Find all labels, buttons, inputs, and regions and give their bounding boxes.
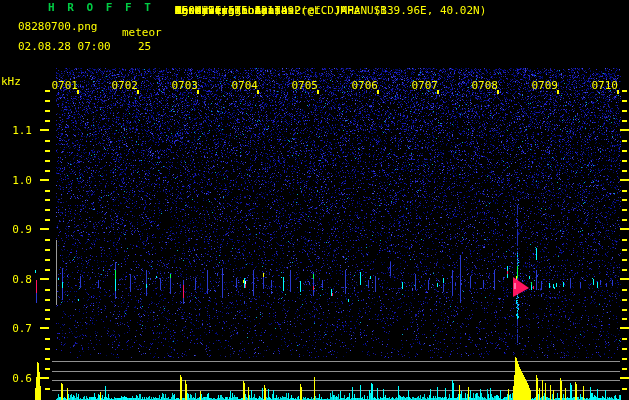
freq-tick-label: 0.6 [0, 372, 32, 385]
time-tick-label: 0707 [411, 79, 438, 92]
observation-datetime: 02.08.28 07:00 [18, 40, 111, 53]
freq-tick-label: 1.1 [0, 124, 32, 137]
output-filename: 08280700.png [18, 20, 97, 33]
time-tick-label: 0704 [231, 79, 258, 92]
freq-tick-label: 0.7 [0, 322, 32, 335]
hrofft-window: H R O F F T 08280700.png meteor 02.08.28… [0, 0, 629, 400]
meteor-count: 25 [138, 40, 151, 53]
time-tick-label: 0705 [291, 79, 318, 92]
station-field-value: A504HB(yagi 4el) [175, 4, 281, 17]
time-tick-label: 0701 [51, 79, 78, 92]
freq-unit-label: kHz [1, 75, 21, 88]
time-tick-label: 0710 [591, 79, 618, 92]
mode-label: meteor [122, 26, 162, 39]
freq-tick-label: 0.9 [0, 223, 32, 236]
time-tick-label: 0709 [531, 79, 558, 92]
freq-tick-label: 0.8 [0, 273, 32, 286]
time-tick-label: 0703 [171, 79, 198, 92]
time-tick-label: 0706 [351, 79, 378, 92]
spectrogram-plot [0, 0, 629, 400]
time-tick-label: 0708 [471, 79, 498, 92]
app-title: H R O F F T [48, 1, 154, 14]
freq-tick-label: 1.0 [0, 174, 32, 187]
time-tick-label: 0702 [111, 79, 138, 92]
